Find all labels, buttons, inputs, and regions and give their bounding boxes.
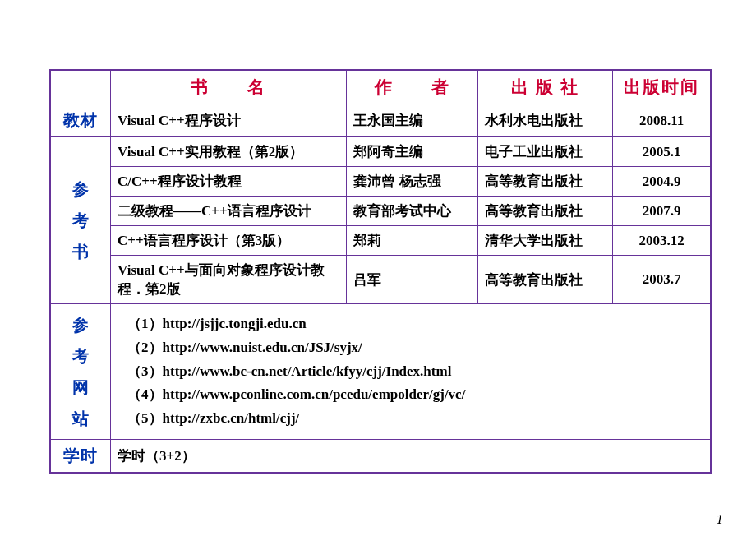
table-row: C/C++程序设计教程 龚沛曾 杨志强 高等教育出版社 2004.9 [50, 167, 711, 197]
ref-publisher: 清华大学出版社 [477, 226, 612, 256]
label-refsite-c3: 网 [72, 378, 89, 396]
label-refsite-c1: 参 [72, 316, 89, 334]
hours-value: 学时（3+2） [111, 440, 711, 474]
header-row: 书 名 作 者 出 版 社 出版时间 [50, 70, 711, 104]
page-number: 1 [717, 511, 724, 528]
ref-name: 二级教程——C++语言程序设计 [111, 197, 347, 226]
site-link: （1）http://jsjjc.tongji.edu.cn [127, 312, 703, 336]
sites-row: 参 考 网 站 （1）http://jsjjc.tongji.edu.cn （2… [50, 304, 711, 440]
textbook-name: Visual C++程序设计 [111, 104, 347, 137]
label-refbook-c1: 参 [72, 180, 89, 198]
site-link: （5）http://zxbc.cn/html/cjj/ [127, 407, 703, 431]
ref-pubtime: 2007.9 [613, 197, 711, 226]
hours-row: 学时 学时（3+2） [50, 440, 711, 474]
site-link: （2）http://www.nuist.edu.cn/JSJ/syjx/ [127, 336, 703, 360]
table-row: Visual C++与面向对象程序设计教程．第2版 吕军 高等教育出版社 200… [50, 256, 711, 304]
label-refsite-c4: 站 [72, 409, 89, 428]
ref-publisher: 高等教育出版社 [477, 197, 612, 226]
sites-cell: （1）http://jsjjc.tongji.edu.cn （2）http://… [111, 304, 711, 440]
label-refbook: 参 考 书 [50, 137, 111, 304]
header-publisher: 出 版 社 [477, 70, 612, 104]
ref-publisher: 高等教育出版社 [477, 167, 612, 197]
label-refsite: 参 考 网 站 [50, 304, 111, 440]
ref-publisher: 电子工业出版社 [477, 137, 612, 167]
label-hours: 学时 [50, 440, 111, 474]
textbook-author: 王永国主编 [347, 104, 477, 137]
table-row: 二级教程——C++语言程序设计 教育部考试中心 高等教育出版社 2007.9 [50, 197, 711, 226]
textbook-publisher: 水利水电出版社 [477, 104, 612, 137]
ref-pubtime: 2003.7 [613, 256, 711, 304]
ref-name: C++语言程序设计（第3版） [111, 226, 347, 256]
ref-author: 吕军 [347, 256, 477, 304]
ref-pubtime: 2003.12 [613, 226, 711, 256]
ref-name: Visual C++与面向对象程序设计教程．第2版 [111, 256, 347, 304]
table-row: 参 考 书 Visual C++实用教程（第2版） 郑阿奇主编 电子工业出版社 … [50, 137, 711, 167]
ref-author: 郑阿奇主编 [347, 137, 477, 167]
book-table: 书 名 作 者 出 版 社 出版时间 教材 Visual C++程序设计 王永国… [49, 69, 712, 474]
table-row: C++语言程序设计（第3版） 郑莉 清华大学出版社 2003.12 [50, 226, 711, 256]
header-empty [50, 70, 111, 104]
ref-publisher: 高等教育出版社 [477, 256, 612, 304]
ref-name: C/C++程序设计教程 [111, 167, 347, 197]
ref-author: 龚沛曾 杨志强 [347, 167, 477, 197]
ref-author: 郑莉 [347, 226, 477, 256]
label-refsite-c2: 考 [72, 347, 89, 365]
site-link: （4）http://www.pconline.com.cn/pcedu/empo… [127, 383, 703, 407]
label-textbook: 教材 [50, 104, 111, 137]
header-pubtime: 出版时间 [613, 70, 711, 104]
ref-pubtime: 2005.1 [613, 137, 711, 167]
ref-pubtime: 2004.9 [613, 167, 711, 197]
label-refbook-c2: 考 [72, 211, 89, 229]
label-refbook-c3: 书 [72, 243, 89, 261]
header-book: 书 名 [111, 70, 347, 104]
reference-table: 书 名 作 者 出 版 社 出版时间 教材 Visual C++程序设计 王永国… [49, 69, 712, 474]
header-author: 作 者 [347, 70, 477, 104]
ref-name: Visual C++实用教程（第2版） [111, 137, 347, 167]
textbook-pubtime: 2008.11 [613, 104, 711, 137]
textbook-row: 教材 Visual C++程序设计 王永国主编 水利水电出版社 2008.11 [50, 104, 711, 137]
ref-author: 教育部考试中心 [347, 197, 477, 226]
site-link: （3）http://www.bc-cn.net/Article/kfyy/cjj… [127, 360, 703, 384]
